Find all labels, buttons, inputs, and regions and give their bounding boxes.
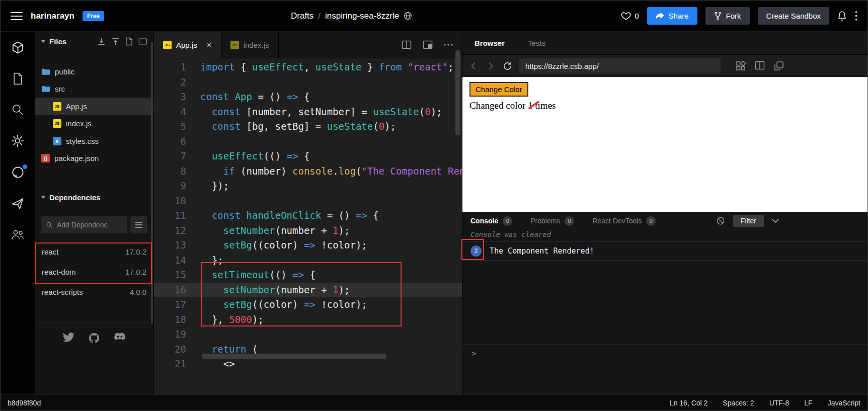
editor-vertical-scrollbar[interactable] <box>455 50 460 135</box>
code-line-8[interactable]: 8 if (number) console.log("The Component… <box>154 164 462 179</box>
commit-hash: b8d98f80d <box>8 399 41 407</box>
forward-icon[interactable] <box>486 61 496 71</box>
add-dependency-placeholder: Add Dependenc <box>57 221 107 229</box>
code-line-1[interactable]: 1import { useEffect, useState } from "re… <box>154 60 462 75</box>
clear-console-icon[interactable] <box>716 216 725 225</box>
split-preview-icon[interactable] <box>755 61 765 70</box>
encoding[interactable]: UTF-8 <box>769 399 790 407</box>
new-folder-icon[interactable] <box>138 37 147 45</box>
code-line-19[interactable]: 19 <box>154 327 462 342</box>
code-line-12[interactable]: 12 setNumber(number + 1); <box>154 223 462 238</box>
code-line-3[interactable]: 3const App = () => { <box>154 90 462 105</box>
github-icon[interactable] <box>11 166 25 179</box>
tab-app-js[interactable]: JS App.js × <box>154 32 221 58</box>
css-file-icon: # <box>53 137 61 145</box>
language-mode[interactable]: JavaScript <box>828 399 860 407</box>
url-bar[interactable]: https://8zzrle.csb.app/ <box>519 58 721 73</box>
preview-button[interactable]: Change Color <box>469 82 528 97</box>
code-line-6[interactable]: 6 <box>154 134 462 149</box>
likes[interactable]: 0 <box>621 12 639 21</box>
file-item-package.json[interactable]: {}package.json <box>35 150 153 168</box>
deployment-icon[interactable] <box>11 197 24 210</box>
filter-button[interactable]: Filter <box>733 215 764 227</box>
tab-index-js[interactable]: JS index.js <box>221 32 279 58</box>
code-line-14[interactable]: 14 }; <box>154 253 462 268</box>
twitter-icon[interactable] <box>62 333 74 343</box>
share-button[interactable]: Share <box>647 7 697 25</box>
open-new-window-icon[interactable] <box>774 61 784 71</box>
more-menu-button[interactable] <box>855 11 857 21</box>
code-line-9[interactable]: 9 }); <box>154 179 462 194</box>
refresh-icon[interactable] <box>503 61 512 71</box>
console-tab-problems[interactable]: Problems 0 <box>530 216 574 226</box>
codesandbox-app: harinarayn Free Drafts / inspiring-sea-8… <box>0 0 868 411</box>
split-editor-icon[interactable] <box>402 40 412 49</box>
menu-icon[interactable] <box>11 12 23 20</box>
file-item-styles.css[interactable]: #styles.css <box>35 132 153 150</box>
sandbox-logo-icon[interactable] <box>11 41 25 54</box>
open-preview-icon[interactable] <box>423 40 433 49</box>
code-line-15[interactable]: 15 setTimeout(() => { <box>154 268 462 283</box>
code-line-17[interactable]: 17 setBg((color) => !color); <box>154 297 462 312</box>
explorer-icon[interactable] <box>12 72 24 85</box>
console-prompt[interactable]: > <box>462 344 867 362</box>
code-line-18[interactable]: 18 }, 5000); <box>154 312 462 327</box>
chevron-down-icon[interactable] <box>772 219 779 223</box>
live-users-icon[interactable] <box>11 228 25 240</box>
github-icon[interactable] <box>89 333 100 344</box>
dependency-list-button[interactable] <box>130 216 147 233</box>
code-line-5[interactable]: 5 const [bg, setBg] = useState(0); <box>154 119 462 134</box>
file-item-index.js[interactable]: JSindex.js <box>35 115 153 133</box>
editor-horizontal-scrollbar[interactable] <box>202 354 386 359</box>
line-number: 9 <box>154 179 200 194</box>
add-dependency-input[interactable]: Add Dependenc <box>41 216 127 233</box>
tab-browser[interactable]: Browser <box>475 39 505 47</box>
bell-icon <box>837 11 847 21</box>
status-bar: b8d98f80d Ln 16, Col 2 Spaces: 2 UTF-8 L… <box>1 394 867 410</box>
new-file-icon[interactable] <box>125 37 133 46</box>
file-item-public[interactable]: public <box>35 63 153 80</box>
files-scrollbar[interactable] <box>151 42 153 323</box>
code-line-16[interactable]: 16 setNumber(number + 1); <box>154 283 462 298</box>
responsive-mode-icon[interactable] <box>736 61 746 71</box>
eol[interactable]: LF <box>804 399 812 407</box>
tab-tests[interactable]: Tests <box>528 39 545 47</box>
upload-icon[interactable] <box>111 37 120 46</box>
file-item-App.js[interactable]: JSApp.js <box>35 98 153 115</box>
code-line-11[interactable]: 11 const handleOnClick = () => { <box>154 208 462 223</box>
console-tab-react-devtools[interactable]: React DevTools 0 <box>592 216 656 226</box>
dependency-react-scripts[interactable]: react-scripts4.0.0 <box>35 282 153 302</box>
breadcrumb-separator: / <box>318 11 321 21</box>
settings-gear-icon[interactable] <box>11 134 24 147</box>
code-line-13[interactable]: 13 setBg((color) => !color); <box>154 238 462 253</box>
back-icon[interactable] <box>468 61 479 71</box>
dependencies-header[interactable]: Dependencies <box>35 187 153 207</box>
breadcrumb-folder[interactable]: Drafts <box>291 11 313 21</box>
console-tab-console[interactable]: Console 0 <box>470 216 512 226</box>
cursor-position[interactable]: Ln 16, Col 2 <box>670 399 708 407</box>
download-icon[interactable] <box>97 37 106 46</box>
code-line-4[interactable]: 4 const [number, setNumber] = useState(0… <box>154 105 462 120</box>
indentation[interactable]: Spaces: 2 <box>723 399 754 407</box>
close-tab-icon[interactable]: × <box>207 41 212 49</box>
discord-icon[interactable] <box>114 333 126 342</box>
editor: JS App.js × JS index.js 1import { useEff… <box>154 32 462 394</box>
dependency-name: react-scripts <box>42 288 83 296</box>
dependency-react-dom[interactable]: react-dom17.0.2 <box>35 262 153 282</box>
dependency-react[interactable]: react17.0.2 <box>35 241 153 262</box>
dependency-version: 17.0.2 <box>125 268 146 276</box>
files-header[interactable]: Files <box>35 32 153 51</box>
sandbox-title[interactable]: inspiring-sea-8zzrle <box>325 11 399 21</box>
notifications-button[interactable] <box>837 11 847 21</box>
code-line-10[interactable]: 10 <box>154 194 462 209</box>
create-sandbox-button[interactable]: Create Sandbox <box>758 7 829 25</box>
fork-button[interactable]: Fork <box>705 7 750 25</box>
code-area[interactable]: 1import { useEffect, useState } from "re… <box>154 58 462 372</box>
file-item-src[interactable]: src <box>35 80 153 98</box>
more-actions-icon[interactable] <box>444 44 453 46</box>
code-line-2[interactable]: 2 <box>154 75 462 90</box>
search-icon[interactable] <box>11 103 24 116</box>
js-file-icon: JS <box>230 41 239 49</box>
username[interactable]: harinarayn <box>31 11 74 21</box>
code-line-7[interactable]: 7 useEffect(() => { <box>154 149 462 164</box>
